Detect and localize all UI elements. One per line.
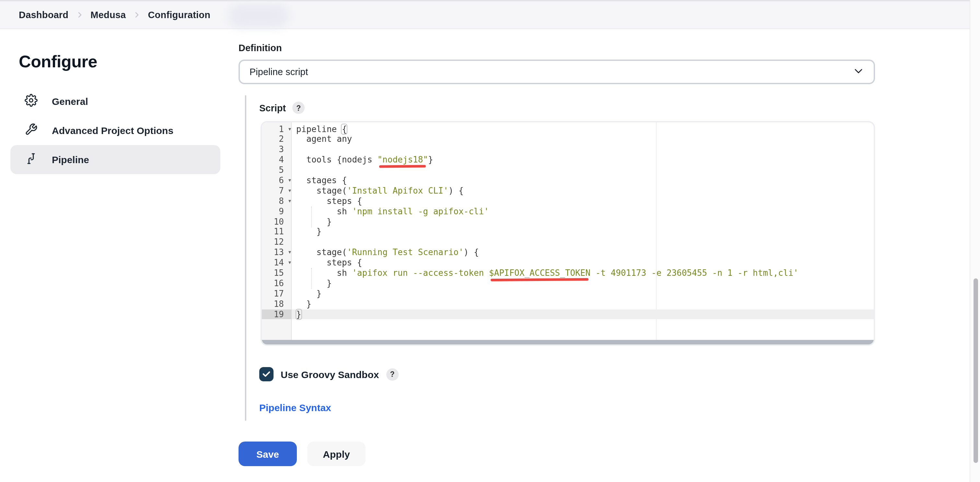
code-text[interactable]: steps { [292,196,362,206]
fold-arrow-icon[interactable]: ▾ [288,176,291,186]
line-number: 7▾ [262,186,292,196]
code-line[interactable]: 10 } [262,217,874,227]
code-text[interactable]: sh 'npm install -g apifox-cli' [292,206,489,217]
code-line[interactable]: 9 sh 'npm install -g apifox-cli' [262,206,874,217]
page-scrollbar-track [970,0,980,482]
code-text[interactable] [292,237,296,247]
code-line[interactable]: 17 } [262,289,874,299]
breadcrumb-medusa[interactable]: Medusa [91,10,126,20]
page-title: Configure [19,52,97,72]
code-line[interactable]: 12 [262,237,874,247]
definition-select-value: Pipeline script [250,67,308,77]
line-number: 2 [262,134,292,145]
red-underline-mark: $APIFOX_ACCESS_TOKEN [489,268,590,278]
sidebar-item-general[interactable]: General [10,87,220,116]
fold-arrow-icon[interactable]: ▾ [288,124,291,134]
code-line[interactable]: 19} [262,309,874,320]
sidebar-item-advanced-project-options[interactable]: Advanced Project Options [10,116,220,145]
code-line[interactable]: 15 sh 'apifox run --access-token $APIFOX… [262,268,874,278]
breadcrumb-dashboard[interactable]: Dashboard [19,10,68,20]
fold-arrow-icon[interactable]: ▾ [288,186,291,196]
apply-button[interactable]: Apply [307,442,366,466]
line-number: 18 [262,299,292,309]
line-number: 14▾ [262,258,292,268]
definition-select[interactable]: Pipeline script [239,60,875,84]
line-number: 6▾ [262,176,292,186]
code-text[interactable]: pipeline { [292,124,347,134]
code-line[interactable]: 1▾pipeline { [262,124,874,134]
code-text[interactable]: stages { [292,176,347,186]
editor-horizontal-scrollbar[interactable] [262,340,874,344]
line-number: 4 [262,155,292,165]
sidebar-item-label: Pipeline [52,154,89,165]
line-number: 17 [262,289,292,299]
code-text[interactable]: steps { [292,258,362,268]
chevron-right-icon [75,11,83,19]
code-text[interactable]: agent any [292,134,352,145]
code-line[interactable]: 6▾ stages { [262,176,874,186]
blurred-region [228,4,289,28]
code-line[interactable]: 11 } [262,227,874,237]
chevron-right-icon [133,11,141,19]
line-number: 16 [262,278,292,289]
code-text[interactable]: } [292,227,321,237]
code-text[interactable]: } [292,299,312,309]
code-text[interactable]: } [292,309,301,320]
line-number: 11 [262,227,292,237]
definition-label: Definition [239,43,282,53]
code-text[interactable]: tools {nodejs "nodejs18"} [292,155,433,165]
section-indent-line [245,95,246,421]
code-line[interactable]: 13▾ stage('Running Test Scenario') { [262,247,874,258]
action-buttons: Save Apply [239,442,366,466]
help-icon[interactable]: ? [292,101,305,114]
sidebar-item-label: Advanced Project Options [52,125,173,136]
code-text[interactable]: } [292,289,321,299]
code-line[interactable]: 18 } [262,299,874,309]
code-text[interactable]: stage('Running Test Scenario') { [292,247,479,258]
code-line[interactable]: 4 tools {nodejs "nodejs18"} [262,155,874,165]
code-text[interactable]: } [292,278,332,289]
code-text[interactable]: sh 'apifox run --access-token $APIFOX_AC… [292,268,799,278]
save-button[interactable]: Save [239,442,297,466]
line-number: 9 [262,206,292,217]
chevron-down-icon [853,65,864,79]
code-line[interactable]: 8▾ steps { [262,196,874,206]
code-text[interactable]: } [292,217,332,227]
code-line[interactable]: 5 [262,165,874,176]
code-text[interactable]: stage('Install Apifox CLI') { [292,186,464,196]
wrench-icon [25,123,38,138]
sidebar-item-pipeline[interactable]: Pipeline [10,145,220,174]
top-bar: Dashboard Medusa Configuration [0,0,970,29]
pipeline-syntax-link[interactable]: Pipeline Syntax [259,402,331,413]
line-number: 8▾ [262,196,292,206]
fold-arrow-icon[interactable]: ▾ [288,196,291,206]
fold-arrow-icon[interactable]: ▾ [288,247,291,258]
page-scrollbar-thumb[interactable] [973,278,978,463]
line-number: 5 [262,165,292,176]
line-number: 12 [262,237,292,247]
pipeline-script-editor[interactable]: 1▾pipeline {2 agent any34 tools {nodejs … [261,121,875,346]
code-line[interactable]: 7▾ stage('Install Apifox CLI') { [262,186,874,196]
breadcrumb: Dashboard Medusa Configuration [19,10,210,20]
script-label: Script [259,103,286,113]
gear-icon [25,94,38,109]
code-line[interactable]: 2 agent any [262,134,874,145]
jenkins-configure-page: Dashboard Medusa Configuration Configure… [0,0,980,482]
code-text[interactable] [292,165,296,176]
help-icon[interactable]: ? [386,368,398,381]
script-field-header: Script ? [259,101,305,114]
code-line[interactable]: 14▾ steps { [262,258,874,268]
line-number: 19 [262,309,292,320]
line-number: 1▾ [262,124,292,134]
line-number: 13▾ [262,247,292,258]
line-number: 15 [262,268,292,278]
code-text[interactable] [292,145,296,155]
fold-arrow-icon[interactable]: ▾ [288,258,291,268]
groovy-sandbox-label: Use Groovy Sandbox [281,369,379,380]
pipeline-icon [25,152,38,167]
groovy-sandbox-row: Use Groovy Sandbox ? [259,367,398,381]
code-line[interactable]: 3 [262,145,874,155]
groovy-sandbox-checkbox[interactable] [259,367,274,381]
sidebar-item-label: General [52,96,88,107]
breadcrumb-configuration[interactable]: Configuration [148,10,210,20]
